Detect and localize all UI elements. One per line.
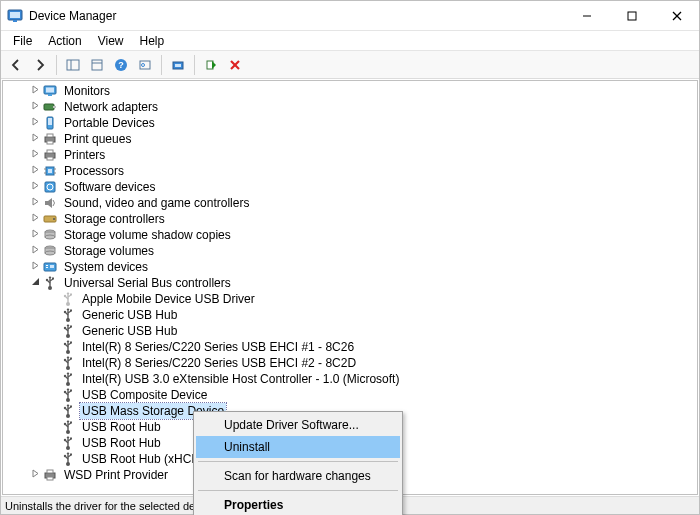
tree-node-label: Intel(R) USB 3.0 eXtensible Host Control… (80, 371, 401, 387)
monitor-icon (42, 83, 58, 99)
svg-point-63 (64, 295, 66, 297)
portable-icon (42, 115, 58, 131)
help-toolbar-button[interactable]: ? (110, 54, 132, 76)
tree-node-usb-device-3[interactable]: Intel(R) 8 Series/C220 Series USB EHCI #… (3, 339, 697, 355)
chevron-right-icon[interactable] (29, 195, 42, 211)
tree-node-cat-11[interactable]: System devices (3, 259, 697, 275)
scan-hardware-button[interactable] (134, 54, 156, 76)
storage-icon (42, 211, 58, 227)
toolbar-separator (194, 55, 195, 75)
enable-toolbar-button[interactable] (200, 54, 222, 76)
minimize-button[interactable] (564, 1, 609, 31)
svg-marker-73 (67, 308, 70, 310)
svg-rect-65 (70, 294, 72, 296)
svg-rect-4 (628, 12, 636, 20)
tree-node-cat-2[interactable]: Portable Devices (3, 115, 697, 131)
forward-button[interactable] (29, 54, 51, 76)
tree-node-usb-device-4[interactable]: Intel(R) 8 Series/C220 Series USB EHCI #… (3, 355, 697, 371)
svg-marker-80 (67, 324, 70, 326)
maximize-button[interactable] (609, 1, 654, 31)
svg-rect-79 (70, 326, 72, 328)
svg-rect-86 (70, 342, 72, 344)
svg-point-126 (64, 439, 66, 441)
svg-rect-24 (53, 106, 56, 108)
svg-point-91 (64, 359, 66, 361)
chevron-right-icon[interactable] (29, 147, 42, 163)
chevron-right-icon[interactable] (29, 131, 42, 147)
tree-node-cat-4[interactable]: Printers (3, 147, 697, 163)
tree-node-usb-category[interactable]: Universal Serial Bus controllers (3, 275, 697, 291)
tree-node-cat-6[interactable]: Software devices (3, 179, 697, 195)
svg-rect-139 (47, 477, 53, 480)
svg-point-42 (53, 218, 55, 220)
tree-node-cat-9[interactable]: Storage volume shadow copies (3, 227, 697, 243)
tree-node-usb-device-1[interactable]: Generic USB Hub (3, 307, 697, 323)
svg-marker-129 (67, 436, 70, 438)
tree-node-label: Portable Devices (62, 115, 157, 131)
svg-point-56 (46, 279, 48, 281)
usb-icon (60, 419, 76, 435)
svg-rect-58 (52, 278, 54, 280)
chevron-right-icon[interactable] (29, 179, 42, 195)
svg-rect-52 (50, 265, 54, 268)
svg-rect-28 (47, 134, 53, 137)
svg-point-133 (64, 455, 66, 457)
svg-rect-26 (48, 118, 52, 125)
svg-rect-72 (70, 310, 72, 312)
svg-rect-7 (67, 60, 79, 70)
menu-action[interactable]: Action (40, 32, 89, 50)
tree-node-label: Storage controllers (62, 211, 167, 227)
title-bar: Device Manager (1, 1, 699, 31)
tree-node-cat-7[interactable]: Sound, video and game controllers (3, 195, 697, 211)
ctx-uninstall[interactable]: Uninstall (196, 436, 400, 458)
chevron-right-icon[interactable] (29, 99, 42, 115)
show-hide-console-button[interactable] (62, 54, 84, 76)
svg-rect-100 (70, 374, 72, 376)
tree-node-cat-3[interactable]: Print queues (3, 131, 697, 147)
svg-point-45 (45, 235, 55, 239)
tree-node-label: WSD Print Provider (62, 467, 170, 483)
svg-point-119 (64, 423, 66, 425)
update-driver-toolbar-button[interactable] (167, 54, 189, 76)
tree-node-cat-1[interactable]: Network adapters (3, 99, 697, 115)
svg-rect-34 (48, 169, 52, 173)
chevron-right-icon[interactable] (29, 211, 42, 227)
ctx-scan-hardware[interactable]: Scan for hardware changes (196, 465, 400, 487)
chevron-right-icon[interactable] (29, 243, 42, 259)
svg-marker-59 (49, 276, 52, 278)
chevron-right-icon[interactable] (29, 115, 42, 131)
menu-bar: File Action View Help (1, 31, 699, 51)
tree-node-cat-5[interactable]: Processors (3, 163, 697, 179)
usb-icon (60, 307, 76, 323)
usb-icon (60, 339, 76, 355)
chevron-right-icon[interactable] (29, 259, 42, 275)
uninstall-toolbar-button[interactable] (224, 54, 246, 76)
tree-node-label: System devices (62, 259, 150, 275)
tree-node-cat-8[interactable]: Storage controllers (3, 211, 697, 227)
menu-view[interactable]: View (90, 32, 132, 50)
chevron-right-icon[interactable] (29, 163, 42, 179)
chevron-down-icon[interactable] (29, 275, 42, 291)
ctx-properties[interactable]: Properties (196, 494, 400, 515)
chevron-right-icon[interactable] (29, 467, 42, 483)
tree-node-usb-device-5[interactable]: Intel(R) USB 3.0 eXtensible Host Control… (3, 371, 697, 387)
menu-file[interactable]: File (5, 32, 40, 50)
tree-node-usb-device-0[interactable]: Apple Mobile Device USB Driver (3, 291, 697, 307)
chevron-right-icon[interactable] (29, 83, 42, 99)
tree-node-usb-device-6[interactable]: USB Composite Device (3, 387, 697, 403)
properties-toolbar-button[interactable] (86, 54, 108, 76)
menu-help[interactable]: Help (132, 32, 173, 50)
svg-marker-108 (67, 388, 70, 390)
toolbar-separator (56, 55, 57, 75)
usb-gray-icon (60, 291, 76, 307)
tree-node-label: Sound, video and game controllers (62, 195, 251, 211)
close-button[interactable] (654, 1, 699, 31)
tree-node-cat-10[interactable]: Storage volumes (3, 243, 697, 259)
back-button[interactable] (5, 54, 27, 76)
chevron-right-icon[interactable] (29, 227, 42, 243)
tree-node-cat-0[interactable]: Monitors (3, 83, 697, 99)
svg-marker-87 (67, 340, 70, 342)
ctx-update-driver[interactable]: Update Driver Software... (196, 414, 400, 436)
tree-node-usb-device-2[interactable]: Generic USB Hub (3, 323, 697, 339)
tree-node-label: Storage volumes (62, 243, 156, 259)
